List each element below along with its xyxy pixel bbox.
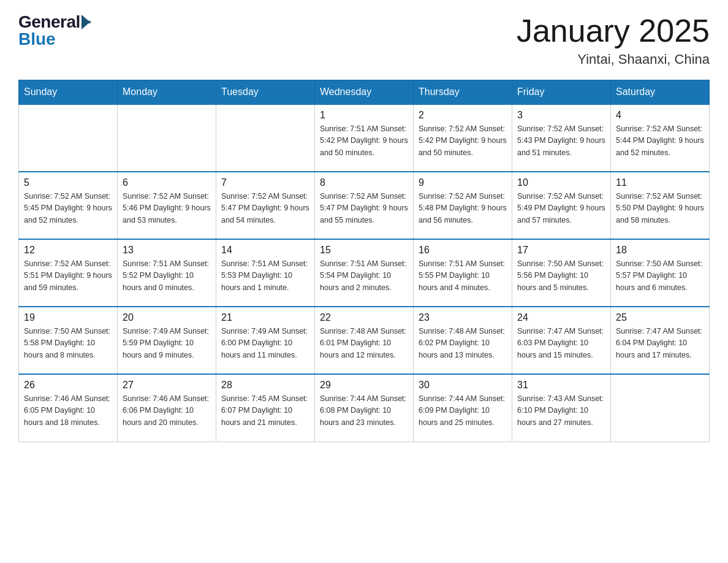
calendar-cell: 9Sunrise: 7:52 AM Sunset: 5:48 PM Daylig… (414, 172, 512, 239)
calendar-cell (216, 104, 315, 172)
day-number: 7 (221, 177, 309, 188)
day-number: 21 (221, 312, 309, 323)
day-number: 4 (616, 110, 704, 121)
calendar-cell: 17Sunrise: 7:50 AM Sunset: 5:56 PM Dayli… (512, 239, 611, 307)
calendar-cell: 19Sunrise: 7:50 AM Sunset: 5:58 PM Dayli… (19, 307, 118, 374)
calendar-cell: 24Sunrise: 7:47 AM Sunset: 6:03 PM Dayli… (512, 307, 611, 374)
day-info: Sunrise: 7:52 AM Sunset: 5:45 PM Dayligh… (24, 191, 112, 226)
calendar-cell: 16Sunrise: 7:51 AM Sunset: 5:55 PM Dayli… (414, 239, 512, 307)
day-number: 22 (320, 312, 408, 323)
day-number: 20 (123, 312, 211, 323)
day-info: Sunrise: 7:44 AM Sunset: 6:09 PM Dayligh… (419, 393, 507, 429)
day-number: 25 (616, 312, 704, 323)
day-info: Sunrise: 7:52 AM Sunset: 5:47 PM Dayligh… (320, 191, 408, 226)
day-number: 8 (320, 177, 408, 188)
day-number: 24 (517, 312, 605, 323)
day-info: Sunrise: 7:52 AM Sunset: 5:46 PM Dayligh… (123, 191, 211, 226)
day-number: 14 (221, 245, 309, 256)
day-info: Sunrise: 7:52 AM Sunset: 5:50 PM Dayligh… (616, 191, 704, 226)
calendar-cell: 21Sunrise: 7:49 AM Sunset: 6:00 PM Dayli… (216, 307, 315, 374)
calendar-header-saturday: Saturday (611, 80, 710, 105)
calendar-cell: 1Sunrise: 7:51 AM Sunset: 5:42 PM Daylig… (315, 104, 414, 172)
day-number: 11 (616, 177, 704, 188)
calendar-cell: 22Sunrise: 7:48 AM Sunset: 6:01 PM Dayli… (315, 307, 414, 374)
day-info: Sunrise: 7:50 AM Sunset: 5:56 PM Dayligh… (517, 258, 605, 294)
day-number: 6 (123, 177, 211, 188)
day-info: Sunrise: 7:47 AM Sunset: 6:03 PM Dayligh… (517, 326, 605, 361)
day-number: 5 (24, 177, 112, 188)
day-info: Sunrise: 7:49 AM Sunset: 5:59 PM Dayligh… (123, 326, 211, 361)
day-number: 16 (419, 245, 507, 256)
calendar-table: SundayMondayTuesdayWednesdayThursdayFrid… (18, 80, 710, 442)
calendar-cell: 27Sunrise: 7:46 AM Sunset: 6:06 PM Dayli… (118, 374, 216, 442)
day-info: Sunrise: 7:46 AM Sunset: 6:05 PM Dayligh… (24, 393, 112, 429)
calendar-cell: 4Sunrise: 7:52 AM Sunset: 5:44 PM Daylig… (611, 104, 710, 172)
calendar-week-row: 5Sunrise: 7:52 AM Sunset: 5:45 PM Daylig… (19, 172, 710, 239)
day-info: Sunrise: 7:44 AM Sunset: 6:08 PM Dayligh… (320, 393, 408, 429)
day-info: Sunrise: 7:43 AM Sunset: 6:10 PM Dayligh… (517, 393, 605, 429)
calendar-week-row: 1Sunrise: 7:51 AM Sunset: 5:42 PM Daylig… (19, 104, 710, 172)
calendar-cell: 30Sunrise: 7:44 AM Sunset: 6:09 PM Dayli… (414, 374, 512, 442)
day-info: Sunrise: 7:48 AM Sunset: 6:02 PM Dayligh… (419, 326, 507, 361)
day-info: Sunrise: 7:46 AM Sunset: 6:06 PM Dayligh… (123, 393, 211, 429)
day-info: Sunrise: 7:51 AM Sunset: 5:53 PM Dayligh… (221, 258, 309, 294)
day-number: 31 (517, 380, 605, 391)
calendar-subtitle: Yintai, Shaanxi, China (517, 52, 710, 67)
calendar-cell: 31Sunrise: 7:43 AM Sunset: 6:10 PM Dayli… (512, 374, 611, 442)
day-number: 13 (123, 245, 211, 256)
day-info: Sunrise: 7:48 AM Sunset: 6:01 PM Dayligh… (320, 326, 408, 361)
calendar-cell: 15Sunrise: 7:51 AM Sunset: 5:54 PM Dayli… (315, 239, 414, 307)
calendar-cell: 10Sunrise: 7:52 AM Sunset: 5:49 PM Dayli… (512, 172, 611, 239)
calendar-week-row: 19Sunrise: 7:50 AM Sunset: 5:58 PM Dayli… (19, 307, 710, 374)
calendar-title: January 2025 (517, 12, 710, 49)
calendar-header-thursday: Thursday (414, 80, 512, 105)
day-info: Sunrise: 7:45 AM Sunset: 6:07 PM Dayligh… (221, 393, 309, 429)
day-info: Sunrise: 7:50 AM Sunset: 5:57 PM Dayligh… (616, 258, 704, 294)
day-number: 15 (320, 245, 408, 256)
calendar-cell: 14Sunrise: 7:51 AM Sunset: 5:53 PM Dayli… (216, 239, 315, 307)
day-info: Sunrise: 7:47 AM Sunset: 6:04 PM Dayligh… (616, 326, 704, 361)
day-number: 29 (320, 380, 408, 391)
day-number: 2 (419, 110, 507, 121)
calendar-cell: 11Sunrise: 7:52 AM Sunset: 5:50 PM Dayli… (611, 172, 710, 239)
calendar-cell: 23Sunrise: 7:48 AM Sunset: 6:02 PM Dayli… (414, 307, 512, 374)
day-number: 18 (616, 245, 704, 256)
day-info: Sunrise: 7:52 AM Sunset: 5:44 PM Dayligh… (616, 123, 704, 159)
calendar-week-row: 26Sunrise: 7:46 AM Sunset: 6:05 PM Dayli… (19, 374, 710, 442)
day-info: Sunrise: 7:51 AM Sunset: 5:54 PM Dayligh… (320, 258, 408, 294)
day-info: Sunrise: 7:51 AM Sunset: 5:55 PM Dayligh… (419, 258, 507, 294)
day-number: 17 (517, 245, 605, 256)
day-number: 26 (24, 380, 112, 391)
calendar-header-row: SundayMondayTuesdayWednesdayThursdayFrid… (19, 80, 710, 105)
calendar-cell: 20Sunrise: 7:49 AM Sunset: 5:59 PM Dayli… (118, 307, 216, 374)
calendar-cell: 13Sunrise: 7:51 AM Sunset: 5:52 PM Dayli… (118, 239, 216, 307)
title-block: January 2025 Yintai, Shaanxi, China (517, 12, 710, 67)
day-number: 19 (24, 312, 112, 323)
calendar-header-monday: Monday (118, 80, 216, 105)
day-info: Sunrise: 7:52 AM Sunset: 5:43 PM Dayligh… (517, 123, 605, 159)
logo: General Blue (18, 12, 91, 49)
calendar-cell: 3Sunrise: 7:52 AM Sunset: 5:43 PM Daylig… (512, 104, 611, 172)
calendar-cell (611, 374, 710, 442)
day-number: 30 (419, 380, 507, 391)
calendar-cell (19, 104, 118, 172)
calendar-header-sunday: Sunday (19, 80, 118, 105)
day-info: Sunrise: 7:52 AM Sunset: 5:48 PM Dayligh… (419, 191, 507, 226)
day-info: Sunrise: 7:52 AM Sunset: 5:49 PM Dayligh… (517, 191, 605, 226)
day-info: Sunrise: 7:52 AM Sunset: 5:42 PM Dayligh… (419, 123, 507, 159)
calendar-cell: 25Sunrise: 7:47 AM Sunset: 6:04 PM Dayli… (611, 307, 710, 374)
calendar-week-row: 12Sunrise: 7:52 AM Sunset: 5:51 PM Dayli… (19, 239, 710, 307)
day-number: 27 (123, 380, 211, 391)
day-info: Sunrise: 7:50 AM Sunset: 5:58 PM Dayligh… (24, 326, 112, 361)
calendar-cell: 18Sunrise: 7:50 AM Sunset: 5:57 PM Dayli… (611, 239, 710, 307)
day-number: 28 (221, 380, 309, 391)
page-header: General Blue January 2025 Yintai, Shaanx… (18, 12, 710, 67)
day-number: 9 (419, 177, 507, 188)
calendar-cell: 8Sunrise: 7:52 AM Sunset: 5:47 PM Daylig… (315, 172, 414, 239)
logo-blue-text: Blue (18, 29, 56, 48)
day-number: 1 (320, 110, 408, 121)
calendar-header-wednesday: Wednesday (315, 80, 414, 105)
day-info: Sunrise: 7:49 AM Sunset: 6:00 PM Dayligh… (221, 326, 309, 361)
calendar-cell: 5Sunrise: 7:52 AM Sunset: 5:45 PM Daylig… (19, 172, 118, 239)
day-info: Sunrise: 7:52 AM Sunset: 5:47 PM Dayligh… (221, 191, 309, 226)
